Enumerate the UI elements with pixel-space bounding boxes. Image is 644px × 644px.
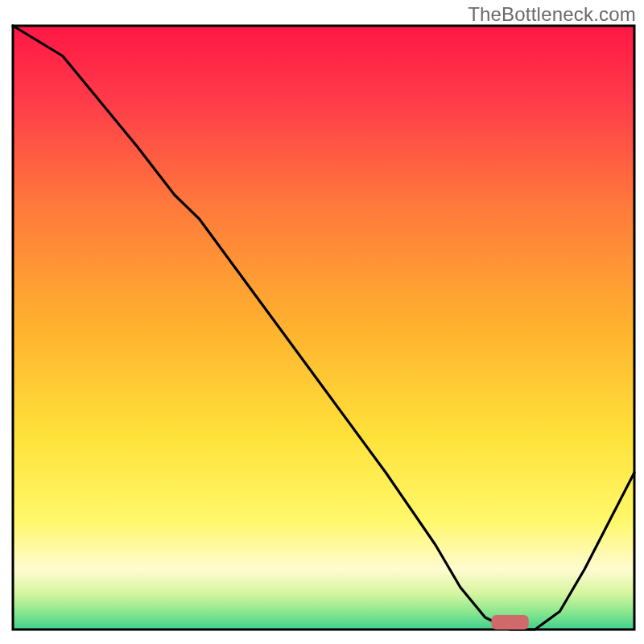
bottleneck-chart: TheBottleneck.com — [0, 0, 644, 644]
chart-svg — [0, 0, 644, 644]
watermark-text: TheBottleneck.com — [468, 3, 636, 26]
plot-background — [13, 26, 634, 630]
optimal-marker — [491, 615, 528, 630]
